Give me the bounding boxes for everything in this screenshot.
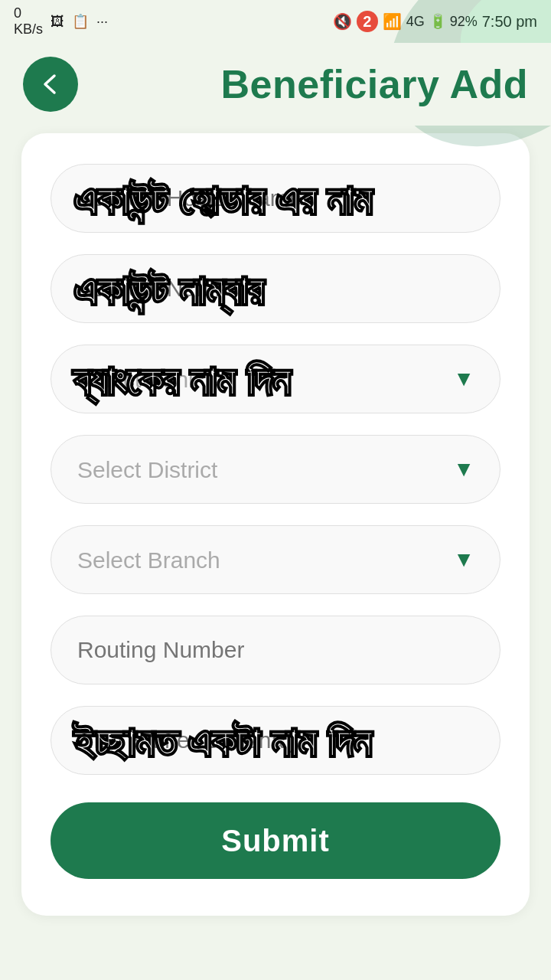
routing-number-input[interactable] [51,616,500,684]
account-number-input[interactable] [51,254,500,323]
account-holder-name-group: একাউন্ট হোল্ডার এর নাম [51,164,500,233]
status-right: 🔇 2 📶 4G 🔋 92% 7:50 pm [333,11,537,32]
submit-button[interactable]: Submit [51,802,500,879]
more-icon: ··· [96,14,108,30]
data-speed: 0KB/s [14,5,43,38]
back-button[interactable] [23,57,78,112]
branch-select[interactable]: Select Branch [51,525,500,594]
routing-number-group [51,616,500,684]
page-title: Beneficiary Add [101,61,528,107]
time-display: 7:50 pm [482,13,537,31]
account-holder-name-input[interactable] [51,164,500,233]
branch-group: Select Branch ▼ [51,525,500,594]
mute-icon: 🔇 [333,12,352,31]
signal-4g: 4G [406,14,425,30]
gallery-icon: 🖼 [51,14,64,30]
status-left: 0KB/s 🖼 📋 ··· [14,5,108,38]
district-select[interactable]: Select District [51,435,500,504]
signal-icon: 📶 [383,12,402,31]
form-card: একাউন্ট হোল্ডার এর নাম একাউন্ট নাম্বার S… [21,133,530,916]
account-number-group: একাউন্ট নাম্বার [51,254,500,323]
contact-icon: 📋 [72,13,89,30]
nickname-group: ইচ্ছামত একটা নাম দিন [51,706,500,775]
sms-badge: 2 [357,11,378,32]
chevron-left-icon [37,71,64,97]
header: Beneficiary Add [0,43,551,126]
district-group: Select District ▼ [51,435,500,504]
status-bar: 0KB/s 🖼 📋 ··· 🔇 2 📶 4G 🔋 92% 7:50 pm [0,0,551,43]
battery-icon: 🔋 92% [429,13,478,30]
bank-name-group: Select Bank ▼ ব্যাংকের নাম দিন [51,345,500,413]
nickname-input[interactable] [51,706,500,775]
bank-name-select[interactable]: Select Bank [51,345,500,413]
